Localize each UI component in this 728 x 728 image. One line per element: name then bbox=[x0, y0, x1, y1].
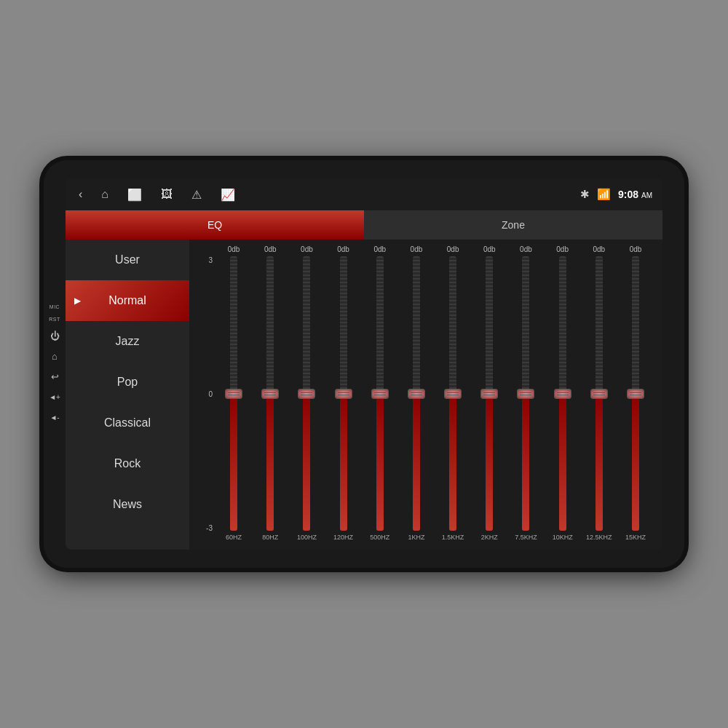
tab-bar: EQ Zone bbox=[66, 210, 662, 240]
sidebar-item-rock[interactable]: Rock bbox=[66, 443, 189, 484]
slider-thumb-500hz[interactable] bbox=[371, 389, 389, 399]
sidebar-item-classical[interactable]: Classical bbox=[66, 403, 189, 443]
device-shell: MIC RST ⏻ ⌂ ↩ ◄+ ◄- ‹ ⌂ ⬜ 🖼 ⚠ 📈 ✱ 📶 9:08… bbox=[44, 160, 684, 568]
slider-track-7.5khz[interactable] bbox=[522, 256, 529, 531]
db-label-1.5khz: 0db bbox=[435, 245, 471, 253]
side-buttons: MIC RST ⏻ ⌂ ↩ ◄+ ◄- bbox=[48, 304, 61, 424]
chart-icon[interactable]: 📈 bbox=[218, 186, 238, 203]
sidebar-item-normal[interactable]: ▶ Normal bbox=[66, 280, 189, 321]
slider-fill-bottom-10khz bbox=[559, 394, 566, 531]
power-btn[interactable]: ⏻ bbox=[48, 329, 61, 342]
sidebar-item-jazz[interactable]: Jazz bbox=[66, 321, 189, 362]
db-label-500hz: 0db bbox=[362, 245, 398, 253]
slider-wrap-12.5khz bbox=[581, 256, 617, 531]
slider-col-10khz: 10KHZ bbox=[545, 256, 581, 547]
slider-fill-bottom-1khz bbox=[413, 394, 420, 531]
slider-wrap-7.5khz bbox=[507, 256, 544, 531]
status-right: ✱ 📶 9:08 AM bbox=[580, 188, 652, 201]
slider-track-500hz[interactable] bbox=[376, 256, 384, 531]
slider-col-60hz: 60HZ bbox=[215, 256, 252, 547]
vol-up-btn[interactable]: ◄+ bbox=[48, 390, 61, 403]
y-label-3: 3 bbox=[208, 256, 213, 264]
main-content: User ▶ Normal Jazz Pop Classical Rock bbox=[66, 240, 662, 550]
slider-track-1khz[interactable] bbox=[413, 256, 420, 531]
slider-col-15khz: 15KHZ bbox=[617, 256, 654, 547]
back-icon[interactable]: ‹ bbox=[76, 186, 85, 202]
slider-thumb-120hz[interactable] bbox=[335, 389, 352, 399]
slider-track-80hz[interactable] bbox=[266, 256, 274, 531]
slider-track-120hz[interactable] bbox=[340, 256, 347, 531]
slider-wrap-100hz bbox=[288, 256, 325, 531]
db-label-1khz: 0db bbox=[398, 245, 435, 253]
slider-col-120hz: 120HZ bbox=[325, 256, 362, 547]
wifi-icon: 📶 bbox=[597, 188, 611, 201]
slider-thumb-2khz[interactable] bbox=[480, 389, 498, 399]
warning-icon[interactable]: ⚠ bbox=[189, 186, 205, 203]
tab-zone[interactable]: Zone bbox=[364, 210, 662, 240]
slider-wrap-15khz bbox=[617, 256, 654, 531]
freq-label-15khz: 15KHZ bbox=[625, 534, 646, 547]
slider-track-12.5khz[interactable] bbox=[596, 256, 603, 531]
slider-col-12.5khz: 12.5KHZ bbox=[581, 256, 617, 547]
freq-label-500hz: 500HZ bbox=[370, 534, 389, 547]
ampm: AM bbox=[641, 191, 652, 199]
y-label-neg3: -3 bbox=[206, 524, 213, 532]
slider-wrap-500hz bbox=[362, 256, 398, 531]
freq-label-2khz: 2KHZ bbox=[481, 534, 498, 547]
rst-label: RST bbox=[49, 317, 60, 322]
slider-track-60hz[interactable] bbox=[230, 256, 237, 531]
slider-thumb-12.5khz[interactable] bbox=[590, 389, 608, 399]
slider-track-10khz[interactable] bbox=[559, 256, 566, 531]
slider-track-2khz[interactable] bbox=[486, 256, 493, 531]
slider-track-1.5khz[interactable] bbox=[449, 256, 456, 531]
slider-thumb-100hz[interactable] bbox=[298, 389, 315, 399]
slider-thumb-60hz[interactable] bbox=[225, 389, 242, 399]
recents-icon[interactable]: ⬜ bbox=[124, 186, 145, 203]
back-side-btn[interactable]: ↩ bbox=[48, 370, 61, 383]
freq-label-100hz: 100HZ bbox=[297, 534, 317, 547]
slider-fill-bottom-60hz bbox=[230, 394, 237, 531]
slider-wrap-1khz bbox=[398, 256, 435, 531]
slider-track-100hz[interactable] bbox=[303, 256, 310, 531]
db-label-80hz: 0db bbox=[252, 245, 288, 253]
freq-label-120hz: 120HZ bbox=[333, 534, 353, 547]
slider-track-15khz[interactable] bbox=[632, 256, 639, 531]
slider-wrap-10khz bbox=[545, 256, 581, 531]
slider-wrap-80hz bbox=[252, 256, 288, 531]
y-axis: 3 0 -3 bbox=[198, 256, 215, 547]
vol-down-btn[interactable]: ◄- bbox=[48, 411, 61, 424]
slider-col-1.5khz: 1.5KHZ bbox=[435, 256, 471, 547]
freq-label-10khz: 10KHZ bbox=[553, 534, 573, 547]
freq-label-7.5khz: 7.5KHZ bbox=[515, 534, 537, 547]
slider-wrap-2khz bbox=[471, 256, 507, 531]
slider-thumb-1.5khz[interactable] bbox=[444, 389, 462, 399]
slider-thumb-10khz[interactable] bbox=[554, 389, 571, 399]
slider-thumb-7.5khz[interactable] bbox=[517, 389, 534, 399]
slider-fill-bottom-500hz bbox=[376, 394, 384, 531]
sidebar-item-user[interactable]: User bbox=[66, 240, 189, 280]
gallery-icon[interactable]: 🖼 bbox=[158, 186, 175, 202]
freq-label-80hz: 80HZ bbox=[262, 534, 278, 547]
slider-col-80hz: 80HZ bbox=[252, 256, 288, 547]
sidebar-item-pop[interactable]: Pop bbox=[66, 362, 189, 403]
sliders-container: 60HZ80HZ100HZ120HZ500HZ1KHZ1.5KHZ2KHZ7.5… bbox=[215, 256, 654, 547]
slider-fill-bottom-15khz bbox=[632, 394, 639, 531]
slider-col-7.5khz: 7.5KHZ bbox=[507, 256, 544, 547]
slider-thumb-80hz[interactable] bbox=[261, 389, 279, 399]
home-icon[interactable]: ⌂ bbox=[98, 186, 111, 202]
db-label-10khz: 0db bbox=[545, 245, 581, 253]
home-side-btn[interactable]: ⌂ bbox=[48, 349, 61, 363]
slider-fill-bottom-120hz bbox=[340, 394, 347, 531]
sidebar-item-news[interactable]: News bbox=[66, 484, 189, 525]
db-label-15khz: 0db bbox=[617, 245, 654, 253]
slider-thumb-1khz[interactable] bbox=[408, 389, 425, 399]
play-arrow-icon: ▶ bbox=[74, 296, 81, 306]
db-label-2khz: 0db bbox=[471, 245, 507, 253]
db-label-100hz: 0db bbox=[288, 245, 325, 253]
db-label-60hz: 0db bbox=[215, 245, 252, 253]
mic-label: MIC bbox=[50, 304, 60, 309]
status-bar: ‹ ⌂ ⬜ 🖼 ⚠ 📈 ✱ 📶 9:08 AM bbox=[66, 178, 662, 210]
tab-eq[interactable]: EQ bbox=[66, 210, 364, 240]
db-label-7.5khz: 0db bbox=[507, 245, 544, 253]
slider-thumb-15khz[interactable] bbox=[627, 389, 644, 399]
